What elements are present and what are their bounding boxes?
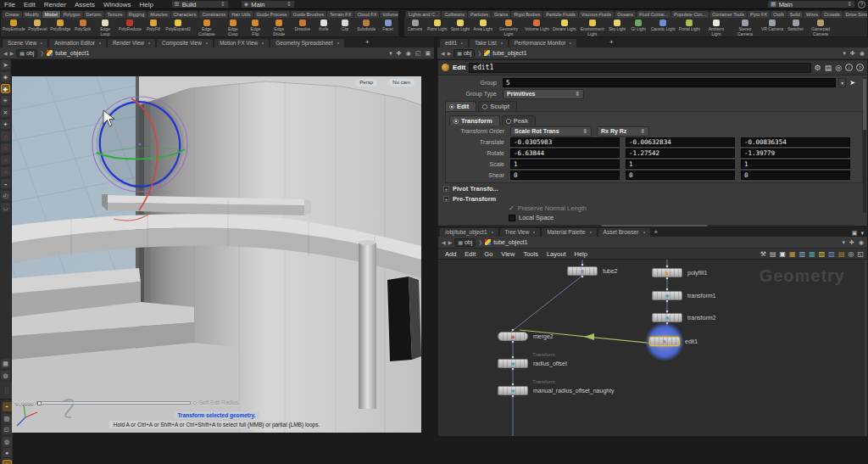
- shelf-tab[interactable]: Container Tools: [709, 11, 747, 18]
- forward-icon[interactable]: ▶: [448, 239, 453, 245]
- forward-icon[interactable]: ▶: [448, 50, 452, 56]
- maximize-pane-icon[interactable]: ▣: [425, 50, 431, 57]
- network-toolbar-icon[interactable]: ▨: [819, 250, 826, 258]
- translate-x-field[interactable]: -0.0305983: [510, 137, 620, 147]
- dropdown-icon[interactable]: ▾: [843, 239, 846, 246]
- network-toolbar-icon[interactable]: ▥: [799, 250, 806, 258]
- menu-item[interactable]: Assets: [70, 1, 99, 8]
- pin-icon[interactable]: ✚: [849, 239, 854, 246]
- display-option-icon[interactable]: ◉: [3, 460, 12, 464]
- pane-tab[interactable]: Take List: [470, 39, 508, 48]
- param-vscrollbar[interactable]: [863, 77, 866, 213]
- shelf-tab[interactable]: Modify: [23, 11, 42, 18]
- network-menu-item[interactable]: Layout: [543, 250, 570, 258]
- node-tube2[interactable]: ▮ tube2: [567, 266, 598, 276]
- shelf-tab[interactable]: Rigging: [126, 11, 147, 18]
- breadcrumb-context[interactable]: ▦ obj: [453, 49, 475, 58]
- shear-z-field[interactable]: 0: [741, 171, 850, 180]
- display-option-icon[interactable]: ▧: [3, 414, 12, 423]
- shelf-tab[interactable]: Cloth: [771, 11, 787, 18]
- node-transform2[interactable]: ✚ transform2: [652, 313, 682, 322]
- shelf-tool[interactable]: Ambient Light: [702, 18, 731, 37]
- shelf-tab[interactable]: Polygon: [61, 11, 83, 18]
- no-cam-button[interactable]: No cam: [388, 79, 415, 87]
- breadcrumb-node[interactable]: tube_object1: [493, 239, 527, 245]
- shear-x-field[interactable]: 0: [510, 171, 620, 180]
- network-toolbar-icon[interactable]: ▤: [770, 250, 776, 258]
- shelf-tool[interactable]: Area Light: [471, 18, 494, 37]
- shelf-tab[interactable]: Drive Simula...: [843, 11, 867, 18]
- shelf-tool[interactable]: Point Light: [426, 18, 449, 37]
- tab-transform[interactable]: Transform: [449, 115, 500, 126]
- network-toolbar-icon[interactable]: ◱: [857, 250, 864, 258]
- shelf-tab[interactable]: Guide Process: [254, 11, 290, 18]
- breadcrumb-context[interactable]: ▦ obj: [16, 49, 37, 58]
- network-menu-item[interactable]: Help: [570, 250, 590, 258]
- pane-tab[interactable]: edit1: [440, 39, 468, 48]
- network-menu-item[interactable]: Tools: [520, 250, 542, 258]
- shelf-tool[interactable]: PolyReduce: [117, 18, 143, 37]
- shelf-tool[interactable]: Environment Light: [578, 18, 607, 37]
- translate-z-field[interactable]: -0.00836354: [741, 137, 850, 147]
- rotate-order-select[interactable]: Rx Ry Rz⇕: [597, 126, 649, 137]
- help-icon[interactable]: ?: [856, 64, 864, 71]
- node-name-field[interactable]: edit1: [469, 63, 810, 73]
- shelf-tool[interactable]: Camera: [404, 18, 426, 37]
- toolbar-icon[interactable]: ✦: [1, 120, 10, 129]
- soft-edit-radius-slider[interactable]: 0.0000 Soft Edit Radius: [15, 400, 238, 405]
- forward-icon[interactable]: ▶: [10, 50, 14, 56]
- radial-menu-icon[interactable]: ◉: [406, 50, 411, 57]
- breadcrumb-node[interactable]: tube_object1: [55, 50, 89, 56]
- shelf-tab[interactable]: Lights and C...: [406, 11, 441, 18]
- shelf-tool[interactable]: Geometry Light: [494, 18, 523, 37]
- shelf-tab[interactable]: Fluid Contai...: [637, 11, 670, 18]
- shelf-tab[interactable]: Collisions: [442, 11, 467, 18]
- toolbar-icon[interactable]: ◒: [1, 179, 10, 188]
- display-option-icon[interactable]: ◓: [3, 402, 12, 411]
- add-pane-tab-button[interactable]: +: [607, 38, 616, 47]
- shelf-tool[interactable]: Caustic Light: [649, 18, 677, 37]
- split-pane-icon[interactable]: ◱: [415, 50, 421, 57]
- shelf-tab[interactable]: Rigid Bodies: [511, 11, 542, 18]
- shelf-tool[interactable]: Distant Light: [551, 18, 578, 37]
- transform-order-select[interactable]: Scale Rot Trans⇕: [510, 126, 592, 137]
- network-toolbar-icon[interactable]: ⚒: [760, 250, 766, 258]
- toolbar-icon[interactable]: ➤: [1, 60, 10, 70]
- help-circle-icon[interactable]: ?: [858, 1, 865, 8]
- desktop-selector[interactable]: ◈ Main ⇕: [241, 0, 295, 8]
- shelf-tab[interactable]: Model: [42, 11, 60, 18]
- shelf-tool[interactable]: PolyBevel: [27, 18, 49, 37]
- shelf-tab[interactable]: Terrain FX: [327, 11, 353, 18]
- shelf-tab[interactable]: Viscous Fluids: [579, 11, 614, 18]
- menu-item[interactable]: Edit: [19, 1, 40, 8]
- network-menu-item[interactable]: Edit: [461, 250, 479, 258]
- pane-tab[interactable]: Motion FX View: [214, 39, 269, 48]
- display-option-icon[interactable]: ◍: [3, 437, 12, 446]
- toolbar-icon[interactable]: ✕: [1, 108, 10, 117]
- menu-item[interactable]: Render: [40, 1, 70, 8]
- soft-edit-thumb[interactable]: [37, 401, 42, 405]
- node-edit1[interactable]: ✎ edit1: [649, 337, 680, 346]
- node-merge2[interactable]: ◉ merge2: [498, 332, 528, 341]
- network-toolbar-icon[interactable]: ▩: [809, 250, 815, 258]
- network-toolbar-icon[interactable]: ▧: [828, 250, 835, 258]
- menu-item[interactable]: File: [0, 1, 19, 8]
- dropdown-icon[interactable]: ▾: [843, 50, 847, 57]
- back-icon[interactable]: ◀: [3, 50, 8, 56]
- breadcrumb-node[interactable]: tube_object1: [492, 50, 526, 56]
- pin-icon[interactable]: ✚: [397, 50, 402, 57]
- pin-icon[interactable]: ✚: [850, 50, 855, 57]
- tab-edit[interactable]: Edit: [445, 101, 476, 111]
- group-dropdown-icon[interactable]: ▾: [838, 78, 846, 87]
- shelf-tool[interactable]: Facet: [377, 18, 398, 37]
- shelf-tool[interactable]: Edge Divide: [266, 18, 292, 37]
- shelf-tool[interactable]: VR Camera: [760, 18, 785, 37]
- shelf-tool[interactable]: Portal Light: [677, 18, 702, 37]
- network-canvas[interactable]: Geometry: [438, 260, 867, 436]
- check-icon[interactable]: ✓: [509, 204, 515, 212]
- shelf-tab[interactable]: Solid: [787, 11, 803, 18]
- expander-icon[interactable]: +: [443, 196, 449, 202]
- display-option-icon[interactable]: ⊡: [3, 425, 12, 434]
- shelf-tool[interactable]: PolyFill: [143, 18, 164, 37]
- persp-view-button[interactable]: Persp: [355, 79, 377, 87]
